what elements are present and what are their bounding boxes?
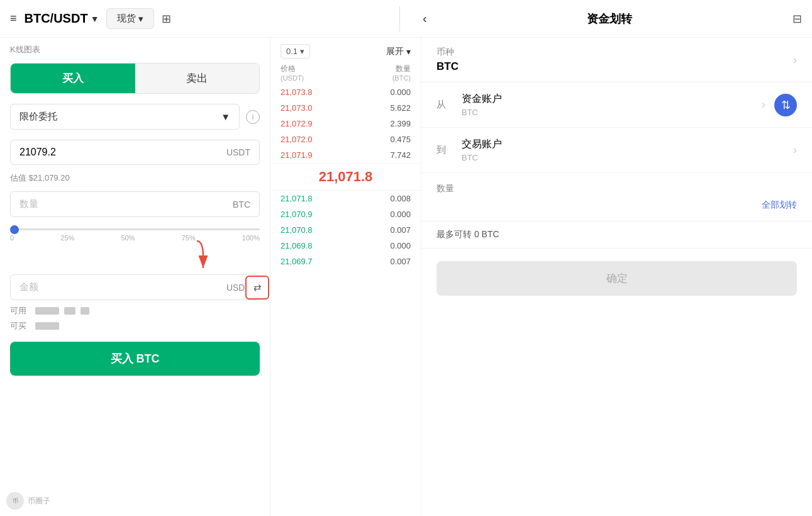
to-label: 到 xyxy=(437,144,449,156)
available-info: 可用 可买 xyxy=(0,300,270,337)
bid-row[interactable]: 21,069.8 0.000 xyxy=(270,238,421,254)
from-arrow-icon[interactable]: › xyxy=(762,98,765,111)
ask-row[interactable]: 21,072.0 0.475 xyxy=(270,132,421,147)
buy-bar-1 xyxy=(35,322,59,330)
buy-sell-tabs: 买入 卖出 xyxy=(10,63,260,94)
header: ≡ BTC/USDT ▼ 现货 ▾ ⊞ ‹ 资金划转 ⊟ xyxy=(0,0,812,38)
header-left: ≡ BTC/USDT ▼ 现货 ▾ ⊞ xyxy=(10,8,389,29)
ask-row[interactable]: 21,073.8 0.000 xyxy=(270,84,421,100)
orderbook-col-headers: 价格 (USDT) 数量 (BTC) xyxy=(270,61,421,84)
ask-row[interactable]: 21,071.9 7.742 xyxy=(270,147,421,163)
avail-bar-1 xyxy=(35,307,59,315)
swap-transfer-icon: ⇅ xyxy=(781,98,791,112)
transfer-all-button[interactable]: 全部划转 xyxy=(762,199,797,211)
currency-arrow-icon[interactable]: › xyxy=(793,53,797,67)
to-sub: BTC xyxy=(462,153,781,162)
orderbook-header: 0.1 ▾ 展开 ▾ xyxy=(270,38,421,61)
price-value: 21079.2 xyxy=(19,147,56,158)
arrow-annotation xyxy=(10,244,260,274)
bid-row[interactable]: 21,070.8 0.007 xyxy=(270,222,421,238)
buy-tab[interactable]: 买入 xyxy=(11,64,135,93)
spot-button[interactable]: 现货 ▾ xyxy=(106,8,154,29)
hamburger-icon[interactable]: ≡ xyxy=(10,12,17,25)
pair-title[interactable]: BTC/USDT ▼ xyxy=(25,11,99,26)
grid-icon[interactable]: ⊟ xyxy=(793,12,802,26)
asks-list: 21,073.8 0.000 21,073.0 5.622 21,072.9 2… xyxy=(270,84,421,163)
from-title: 资金账户 xyxy=(462,93,749,106)
slider-thumb[interactable] xyxy=(10,225,19,234)
estimate-row: 估值 $21,079.20 xyxy=(0,170,270,189)
currency-info: 币种 BTC xyxy=(437,47,459,73)
orderbook-panel: 0.1 ▾ 展开 ▾ 价格 (USDT) 数量 (BTC) 21,073.8 0… xyxy=(270,38,421,516)
quantity-unit: BTC xyxy=(233,199,250,210)
buy-btc-button[interactable]: 买入 BTC xyxy=(10,342,260,376)
slider-label-100: 100% xyxy=(242,234,260,242)
quantity-placeholder: 数量 xyxy=(19,198,38,210)
sell-tab[interactable]: 卖出 xyxy=(135,64,260,93)
amount-input[interactable]: 金额 USDT ⇄ xyxy=(10,274,260,300)
from-row: 从 资金账户 BTC › ⇅ xyxy=(421,82,812,128)
red-arrow-svg xyxy=(184,238,235,276)
watermark: 币 币圈子 xyxy=(6,492,50,510)
chart-type-icon[interactable]: ⊞ xyxy=(162,12,171,26)
order-type-row: 限价委托 ▼ i xyxy=(10,104,260,130)
pair-dropdown-icon: ▼ xyxy=(91,14,99,24)
slider-label-0: 0 xyxy=(10,234,14,242)
swap-button[interactable]: ⇄ xyxy=(245,276,269,300)
transfer-panel: 币种 BTC › 从 资金账户 BTC › ⇅ 到 xyxy=(421,38,812,516)
to-content: 交易账户 BTC xyxy=(462,138,781,162)
current-price: 21,071.8 xyxy=(270,163,421,191)
expand-button[interactable]: 展开 ▾ xyxy=(386,44,411,59)
back-button[interactable]: ‹ xyxy=(423,11,427,26)
from-content: 资金账户 BTC xyxy=(462,93,749,117)
bid-row[interactable]: 21,071.8 0.008 xyxy=(270,191,421,206)
ask-row[interactable]: 21,072.9 2.399 xyxy=(270,116,421,132)
price-input[interactable]: 21079.2 USDT xyxy=(10,140,260,165)
avail-bar-3 xyxy=(81,307,89,315)
from-label: 从 xyxy=(437,99,449,111)
transfer-quantity-row: 数量 全部划转 xyxy=(421,173,812,222)
confirm-button[interactable]: 确定 xyxy=(437,261,797,296)
slider-track xyxy=(10,228,260,230)
to-arrow-icon[interactable]: › xyxy=(793,143,797,157)
header-divider xyxy=(399,6,400,31)
header-right: ‹ 资金划转 ⊟ xyxy=(410,11,802,26)
available-row: 可用 xyxy=(10,305,260,317)
order-type-select[interactable]: 限价委托 ▼ xyxy=(10,104,240,130)
watermark-logo: 币 xyxy=(6,492,24,510)
k-chart-label: K线图表 xyxy=(0,38,270,58)
watermark-text: 币圈子 xyxy=(28,496,50,507)
currency-row: 币种 BTC › xyxy=(421,38,812,82)
slider-label-50: 50% xyxy=(121,234,135,242)
amount-placeholder: 金额 xyxy=(19,281,38,293)
to-row: 到 交易账户 BTC › xyxy=(421,128,812,173)
main-content: K线图表 买入 卖出 限价委托 ▼ i 21079.2 USDT 估值 $21,… xyxy=(0,38,812,516)
ask-row[interactable]: 21,073.0 5.622 xyxy=(270,100,421,116)
price-unit: USDT xyxy=(226,147,250,157)
buyable-row: 可买 xyxy=(10,320,260,332)
price-col-header: 价格 (USDT) xyxy=(281,64,304,82)
pair-label: BTC/USDT xyxy=(25,11,88,26)
currency-value: BTC xyxy=(437,60,459,73)
to-title: 交易账户 xyxy=(462,138,781,151)
quantity-input[interactable]: 数量 BTC xyxy=(10,191,260,217)
from-sub: BTC xyxy=(462,108,749,117)
avail-bar-2 xyxy=(64,307,75,315)
transfer-qty-input: 全部划转 xyxy=(437,199,797,211)
currency-label: 币种 xyxy=(437,47,459,58)
qty-col-header: 数量 (BTC) xyxy=(392,64,411,82)
panel-title: 资金划转 xyxy=(587,11,632,26)
bids-list: 21,071.8 0.008 21,070.9 0.000 21,070.8 0… xyxy=(270,191,421,269)
slider-label-25: 25% xyxy=(60,234,74,242)
transfer-section: 币种 BTC › 从 资金账户 BTC › ⇅ 到 xyxy=(421,38,812,516)
volume-selector[interactable]: 0.1 ▾ xyxy=(281,44,310,59)
bid-row[interactable]: 21,069.7 0.007 xyxy=(270,254,421,269)
swap-transfer-button[interactable]: ⇅ xyxy=(774,94,797,116)
bid-row[interactable]: 21,070.9 0.000 xyxy=(270,206,421,222)
trading-panel: K线图表 买入 卖出 限价委托 ▼ i 21079.2 USDT 估值 $21,… xyxy=(0,38,270,516)
info-icon[interactable]: i xyxy=(246,110,260,124)
transfer-qty-label: 数量 xyxy=(437,183,797,194)
max-transfer-row: 最多可转 0 BTC xyxy=(421,222,812,249)
